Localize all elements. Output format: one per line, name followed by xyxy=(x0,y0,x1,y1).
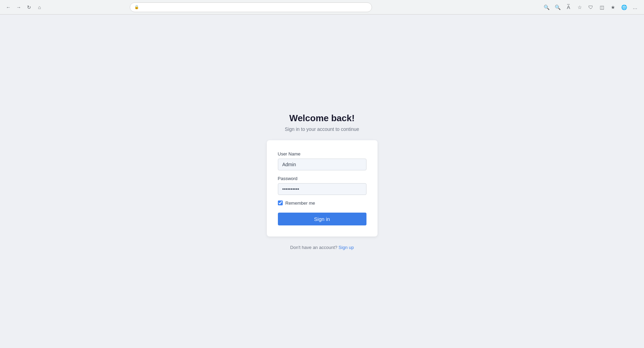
page-subtitle: Sign in to your account to continue xyxy=(285,126,359,132)
zoom-icon[interactable]: 🔍 xyxy=(553,2,562,12)
url-input[interactable]: https://127.0.0.1/pages-sign-in.html xyxy=(141,5,368,10)
signup-link[interactable]: Sign up xyxy=(338,245,354,250)
no-account-text: Don't have an account? xyxy=(290,245,337,250)
home-button[interactable]: ⌂ xyxy=(35,3,44,11)
reader-icon[interactable]: A̅ xyxy=(564,2,573,12)
browser-chrome: ← → ↻ ⌂ 🔒 https://127.0.0.1/pages-sign-i… xyxy=(0,0,644,15)
signup-section: Don't have an account? Sign up xyxy=(290,245,354,250)
extensions-icon[interactable]: ★ xyxy=(608,2,618,12)
back-button[interactable]: ← xyxy=(4,3,12,11)
browser-nav-buttons: ← → ↻ ⌂ xyxy=(4,3,44,11)
login-card: User Name Password Remember me Sign in xyxy=(267,140,378,237)
forward-button[interactable]: → xyxy=(15,3,23,11)
reload-button[interactable]: ↻ xyxy=(25,3,33,11)
split-view-icon[interactable]: ◫ xyxy=(597,2,607,12)
page-title: Welcome back! xyxy=(285,113,359,124)
sign-in-button[interactable]: Sign in xyxy=(278,213,366,225)
password-group: Password xyxy=(278,176,366,195)
profile-icon[interactable]: 🌐 xyxy=(619,2,629,12)
page-content: Welcome back! Sign in to your account to… xyxy=(0,15,644,348)
remember-me-checkbox[interactable] xyxy=(278,200,283,205)
password-input[interactable] xyxy=(278,183,366,195)
remember-me-group: Remember me xyxy=(278,200,366,206)
menu-icon[interactable]: … xyxy=(630,2,640,12)
username-input[interactable] xyxy=(278,159,366,170)
address-bar[interactable]: 🔒 https://127.0.0.1/pages-sign-in.html xyxy=(130,2,372,12)
username-label: User Name xyxy=(278,151,366,157)
lock-icon: 🔒 xyxy=(134,5,139,9)
search-icon[interactable]: 🔍 xyxy=(542,2,551,12)
bookmark-icon[interactable]: ☆ xyxy=(575,2,584,12)
remember-me-label[interactable]: Remember me xyxy=(285,200,315,206)
password-label: Password xyxy=(278,176,366,181)
username-group: User Name xyxy=(278,151,366,170)
page-header: Welcome back! Sign in to your account to… xyxy=(285,113,359,132)
browser-toolbar-right: 🔍 🔍 A̅ ☆ 🛡 ◫ ★ 🌐 … xyxy=(542,2,640,12)
shield-icon[interactable]: 🛡 xyxy=(586,2,596,12)
